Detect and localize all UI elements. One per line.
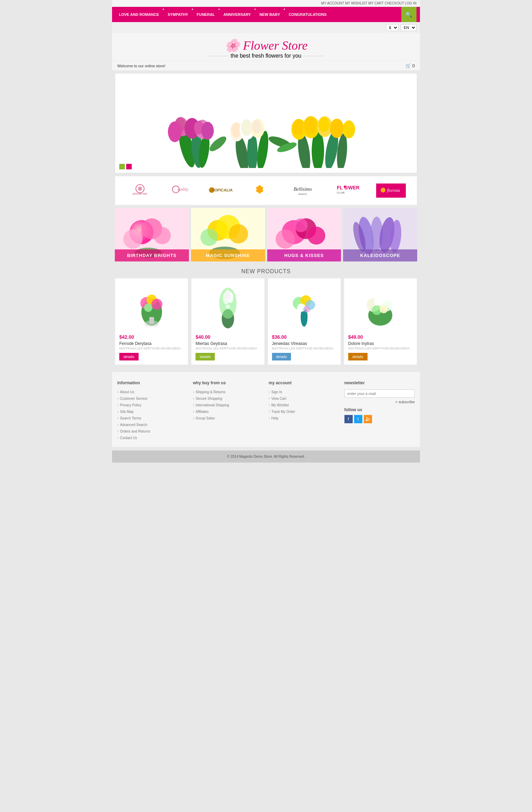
footer-my-account-list: Sign In View Cart My Wishlist Track My O…: [269, 389, 339, 420]
footer-link-orders[interactable]: Orders and Returns: [117, 429, 188, 434]
site-logo[interactable]: 🌸 Flower Store: [116, 38, 416, 53]
search-icon: 🔍: [405, 11, 412, 18]
product-sub-3: MAYTRASA LES KERTYASE MIASEASEDA: [272, 347, 337, 350]
footer-link-intl-shipping[interactable]: International Shipping: [193, 403, 264, 407]
subscribe-row: > subscribe: [344, 400, 415, 404]
svg-text:flowers: flowers: [298, 192, 307, 196]
footer-link-privacy[interactable]: Privacy Policy: [117, 403, 188, 407]
twitter-button[interactable]: t: [354, 415, 362, 423]
topbar-link[interactable]: MY WISHLIST: [345, 1, 368, 5]
tagline-text: the best fresh flowers for you: [231, 53, 301, 59]
cart-symbol: 🛒: [405, 63, 411, 68]
product-name-3: Jerwedas Vtreasas: [272, 341, 337, 346]
footer-information-title: information: [117, 380, 188, 385]
nav-items: LOVE AND ROMANCE ● SYMPATHY ● FUNERAL ● …: [116, 8, 401, 21]
svg-text:sunlily: sunlily: [177, 187, 189, 192]
hero-prev-button[interactable]: [119, 164, 125, 169]
product-name-2: Miertas Geytrasa: [195, 341, 260, 346]
product-card-3: $36.00 Jerwedas Vtreasas MAYTRASA LES KE…: [268, 278, 341, 365]
svg-point-74: [275, 229, 295, 249]
svg-point-35: [138, 187, 142, 191]
svg-point-101: [303, 306, 310, 313]
category-magic-sunshine[interactable]: MAGIC SUNSHINE: [191, 208, 265, 261]
footer-link-wishlist[interactable]: My Wishlist: [269, 403, 339, 407]
nav-congratulations[interactable]: CONGRATULATIONS: [285, 8, 330, 21]
product-price-1: $42.00: [119, 334, 184, 340]
brand-sunlily[interactable]: sunlily: [165, 181, 193, 200]
nav-sympathy[interactable]: SYMPATHY: [164, 8, 192, 21]
footer: information About Us Customer Service Pr…: [112, 372, 420, 447]
product-card-1: $42.00 Ferrode Derytasa MAYTRASA LES KER…: [115, 278, 188, 365]
details-button-2[interactable]: details: [195, 353, 215, 360]
search-button[interactable]: 🔍: [401, 7, 416, 22]
footer-link-about[interactable]: About Us: [117, 389, 188, 394]
category-birthday-brights[interactable]: BIRTHDAY BRIGHTS: [115, 208, 189, 261]
nav-funeral[interactable]: FUNERAL: [193, 8, 219, 21]
hero-art: [115, 73, 417, 173]
hero-navigation: [119, 164, 132, 169]
cart-icon[interactable]: 🛒 0: [405, 63, 415, 68]
footer-link-contact[interactable]: Contact Us: [117, 435, 188, 440]
top-bar: MY ACCOUNT MY WISHLIST MY CART CHECKOUT …: [112, 0, 420, 7]
svg-point-8: [201, 122, 214, 140]
facebook-button[interactable]: f: [344, 415, 353, 423]
product-name-1: Ferrode Derytasa: [119, 341, 184, 346]
topbar-link[interactable]: MY ACCOUNT: [321, 1, 344, 5]
site-header: 🌸 Flower Store the best fresh flowers fo…: [112, 33, 420, 61]
brand-florista[interactable]: florista: [376, 184, 406, 198]
follow-us-section: follow us f t: [344, 407, 415, 423]
brand-flowerclub[interactable]: FL WER CLUB: [333, 181, 364, 200]
category-kaleidoscope[interactable]: KALEIDOSCOPE: [343, 208, 417, 261]
svg-text:WER: WER: [348, 185, 360, 190]
svg-point-76: [294, 218, 308, 232]
footer-link-affiliates[interactable]: Affiliates: [193, 409, 264, 414]
brand-tropicalia[interactable]: TROPICALIA: [205, 181, 236, 200]
topbar-link[interactable]: LOG IN: [405, 1, 416, 5]
footer-why-buy: why buy from us Shipping & Returns Secur…: [193, 380, 264, 442]
hero-banner: [115, 73, 417, 173]
topbar-link[interactable]: CHECKOUT: [384, 1, 404, 5]
hero-next-button[interactable]: [126, 164, 132, 169]
rss-button[interactable]: [364, 415, 372, 423]
new-products-title: NEW PRODUCTS: [112, 268, 420, 275]
svg-text:primrose lane: primrose lane: [133, 192, 148, 195]
product-sub-1: MAYTRASA LES KERTYASE MIASEASEDA: [119, 347, 184, 350]
footer-link-advanced-search[interactable]: Advanced Search: [117, 422, 188, 427]
svg-point-86: [151, 299, 162, 310]
brand-primrose[interactable]: primrose lane: [126, 182, 154, 200]
language-select[interactable]: EN: [401, 24, 416, 31]
footer-link-help[interactable]: Help: [269, 416, 339, 420]
svg-point-69: [229, 224, 248, 244]
nav-anniversary[interactable]: ANNIVERSARY: [220, 8, 254, 21]
newsletter-email-input[interactable]: [344, 389, 415, 398]
footer-link-customer[interactable]: Customer Service: [117, 396, 188, 401]
currency-select[interactable]: $: [386, 24, 399, 31]
category-hugs-kisses[interactable]: HUGS & KISSES: [267, 208, 341, 261]
brand-bellisimo[interactable]: Bellisimo flowers: [284, 181, 322, 200]
svg-point-75: [307, 227, 325, 245]
nav-new-baby[interactable]: NEW BABY: [256, 8, 283, 21]
footer-link-secure[interactable]: Secure Shopping: [193, 396, 264, 401]
brand-flower[interactable]: [248, 181, 272, 200]
footer-link-track-order[interactable]: Track My Order: [269, 409, 339, 414]
footer-link-sitemap[interactable]: Site Map: [117, 409, 188, 414]
footer-link-view-cart[interactable]: View Cart: [269, 396, 339, 401]
footer-link-group-sales[interactable]: Group Sales: [193, 416, 264, 420]
footer-bottom: © 2014 Magento Demo Store. All Rights Re…: [112, 450, 420, 463]
svg-point-14: [231, 122, 241, 138]
details-button-1[interactable]: details: [119, 353, 139, 360]
details-button-4[interactable]: details: [348, 353, 368, 360]
svg-point-29: [330, 119, 344, 138]
footer-link-search-terms[interactable]: Search Terms: [117, 416, 188, 420]
subscribe-button[interactable]: > subscribe: [395, 400, 415, 404]
brand-logos: primrose lane sunlily TROPICALIA Bellisi…: [115, 176, 417, 205]
details-button-3[interactable]: details: [272, 353, 291, 360]
svg-point-108: [366, 420, 367, 421]
product-sub-4: MAYTRASA LES KERTYASE MIASEASEDA: [348, 347, 413, 350]
topbar-link[interactable]: MY CART: [368, 1, 383, 5]
footer-link-shipping[interactable]: Shipping & Returns: [193, 389, 264, 394]
svg-point-107: [380, 305, 388, 313]
nav-love-romance[interactable]: LOVE AND ROMANCE: [116, 8, 162, 21]
footer-link-signin[interactable]: Sign In: [269, 389, 339, 394]
category-grid: BIRTHDAY BRIGHTS MAGIC SUNSHINE HUGS & K…: [115, 208, 417, 261]
